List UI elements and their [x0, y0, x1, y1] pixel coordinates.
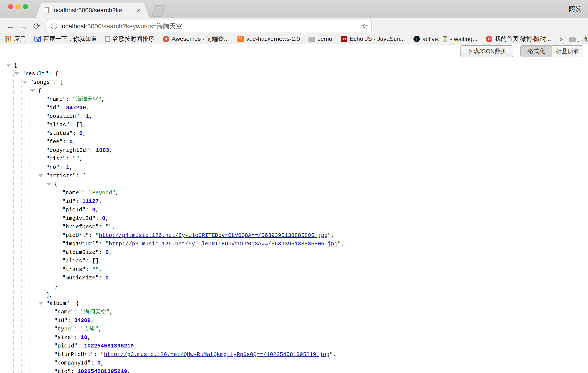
json-number-value: 10 — [81, 334, 87, 341]
json-key: "musicSize" — [62, 275, 99, 281]
json-line: "alias": [], — [54, 257, 588, 265]
zoom-window-button[interactable] — [23, 4, 28, 9]
bookmark-label: Echo JS - JavaScri... — [350, 35, 405, 42]
json-line: "name": "海阔天空", — [46, 308, 588, 316]
bookmark-star-icon[interactable]: ☆ — [361, 22, 368, 31]
json-line: "blurPicUrl": "http://p3.music.126.net/Q… — [46, 350, 588, 359]
json-key: "position" — [46, 113, 79, 119]
awesomes-icon: A — [163, 36, 169, 42]
other-bookmarks-folder[interactable]: 其他书签 — [569, 35, 588, 43]
json-number-value: 0 — [69, 139, 73, 145]
json-url-link[interactable]: http://p3.music.126.net/6y-UleORITEDbvrO… — [109, 241, 337, 247]
json-number-value: 0 — [102, 215, 105, 222]
bookmark-item[interactable]: ↓active: ⏳ - waiting... — [413, 35, 477, 43]
bookmark-item[interactable]: 百度一下，你就知道 — [34, 35, 97, 43]
json-line: "picId": 0, — [54, 206, 588, 214]
collapse-toggle-icon[interactable] — [14, 72, 19, 75]
bookmark-item[interactable]: AAwesomes - 前端资... — [163, 35, 229, 43]
url-path: :3000/search?keywords=海阔天空 — [85, 22, 182, 30]
json-key: "copyrightId" — [46, 147, 89, 154]
forward-button[interactable]: → — [20, 20, 29, 32]
json-number-value: 0 — [105, 249, 109, 256]
json-line: "trans": "", — [54, 265, 588, 274]
json-key: "pic" — [54, 368, 71, 373]
profile-name[interactable]: 阿发 — [569, 5, 582, 13]
new-tab-button[interactable] — [152, 5, 166, 17]
bookmarks-overflow-chevron-icon[interactable]: » — [559, 35, 563, 43]
json-number-value: 1 — [86, 113, 89, 119]
json-url-link[interactable]: http://p3.music.126.net/QHw-RuMwfQkmgtiy… — [104, 351, 329, 358]
bookmark-item[interactable]: 我的首页 微博-随时... — [486, 35, 551, 43]
json-string-value: "http://p4.music.126.net/6y-UleORITEDbvr… — [95, 232, 331, 239]
json-key: "albumSize" — [62, 249, 99, 256]
json-line: "musicSize": 0 — [54, 274, 588, 282]
bookmark-item[interactable]: Vvue-hackernews-2.0 — [237, 35, 300, 42]
collapse-toggle-icon[interactable] — [39, 174, 43, 177]
json-line: { — [46, 180, 588, 189]
tab-title-fade — [118, 6, 131, 15]
json-line: "album": { — [38, 299, 588, 308]
json-children: "songs": [{"name": "海阔天空","id": 347230,"… — [21, 78, 588, 373]
bookmark-label: 谷歌按时间排序 — [113, 35, 154, 43]
collapse-toggle-icon[interactable] — [47, 183, 51, 186]
json-line: "disc": "", — [38, 155, 588, 163]
json-string-value: "海阔天空" — [81, 309, 109, 315]
json-line: "img1v1Id": 0, — [54, 214, 588, 223]
json-key: "result" — [22, 71, 48, 77]
json-string-value: "专辑" — [81, 326, 98, 332]
json-line: "name": "Beyond", — [54, 189, 588, 197]
collapse-toggle-icon[interactable] — [6, 64, 11, 67]
collapse-toggle-icon[interactable] — [30, 89, 35, 92]
json-number-value: 0 — [97, 360, 101, 366]
json-key: "picUrl" — [62, 232, 89, 239]
json-key: "fee" — [46, 139, 63, 145]
json-line: "fee": 0, — [38, 138, 588, 146]
json-line: "id": 34209, — [46, 316, 588, 325]
json-line: "companyId": 0, — [46, 359, 588, 367]
json-tree: {"result": {"songs": [{"name": "海阔天空","i… — [6, 61, 588, 373]
bookmark-item[interactable]: demo — [308, 35, 332, 42]
json-line: "songs": [ — [22, 78, 588, 86]
json-string-value: "海阔天空" — [73, 96, 101, 103]
collapse-toggle-icon[interactable] — [39, 302, 43, 305]
page-info-icon[interactable]: ⓘ — [51, 21, 57, 31]
page-icon — [105, 36, 110, 42]
json-number-value: 11127 — [82, 198, 99, 204]
json-line: "result": { — [14, 70, 588, 78]
close-window-button[interactable] — [8, 4, 13, 9]
browser-tab[interactable]: localhost:3000/search?keywor × — [36, 2, 149, 18]
json-key: "status" — [46, 130, 73, 137]
tab-close-icon[interactable]: × — [137, 6, 141, 14]
json-children: "result": {"songs": [{"name": "海阔天空","id… — [13, 70, 588, 373]
json-line: "pic": 102254581395219, — [46, 367, 588, 373]
json-string-value: "" — [73, 156, 79, 162]
minimize-window-button[interactable] — [16, 4, 21, 9]
json-string-value: "" — [105, 224, 112, 230]
json-key: "companyId" — [54, 360, 91, 366]
json-string-value: "http://p3.music.126.net/6y-UleORITEDbvr… — [105, 241, 341, 247]
json-number-value: 0 — [105, 275, 109, 281]
json-children: "name": "Beyond","id": 11127,"picId": 0,… — [54, 189, 588, 282]
json-children: "name": "海阔天空","id": 347230,"position": … — [38, 95, 588, 373]
bookmark-item[interactable]: 应用 — [5, 35, 26, 43]
json-url-link[interactable]: http://p4.music.126.net/6y-UleORITEDbvrO… — [99, 232, 328, 239]
json-line: "copyrightId": 1003, — [38, 146, 588, 155]
tab-title: localhost:3000/search?keywor — [52, 7, 122, 14]
collapse-toggle-icon[interactable] — [22, 81, 27, 84]
other-bookmarks-label: 其他书签 — [578, 35, 588, 43]
json-line: "img1v1Url": "http://p3.music.126.net/6y… — [54, 240, 588, 248]
reload-button[interactable]: ⟳ — [33, 20, 40, 32]
json-key: "no" — [46, 164, 59, 171]
json-key: "id" — [46, 105, 59, 111]
json-key: "artists" — [46, 173, 76, 179]
json-key: "alias" — [62, 258, 85, 264]
json-key: "disc" — [46, 156, 66, 162]
address-bar[interactable]: ⓘ localhost:3000/search?keywords=海阔天空 ☆ — [47, 20, 372, 32]
back-button[interactable]: ← — [6, 20, 15, 32]
bookmark-item[interactable]: 谷歌按时间排序 — [105, 35, 154, 43]
bookmark-item[interactable]: JSEcho JS - JavaScri... — [341, 35, 405, 42]
bookmark-label: 我的首页 微博-随时... — [495, 35, 551, 43]
json-string-value: "Beyond" — [89, 190, 116, 196]
json-line: "id": 347230, — [38, 104, 588, 112]
json-line: "status": 0, — [38, 129, 588, 138]
